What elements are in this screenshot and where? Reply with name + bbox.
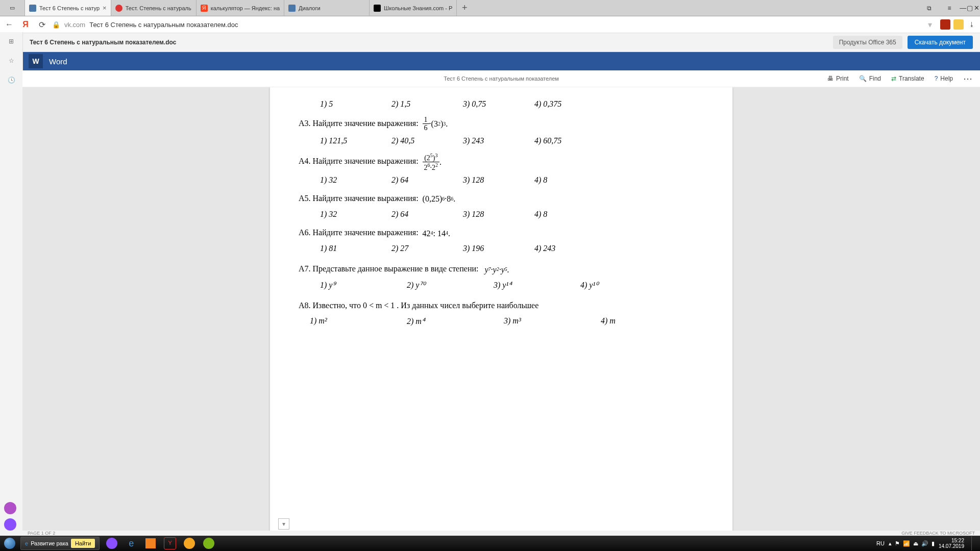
tab-3[interactable]: Диалоги xyxy=(284,0,370,16)
print-icon: 🖶 xyxy=(827,75,834,82)
find-badge[interactable]: Найти xyxy=(71,539,95,548)
apps-icon[interactable]: ⊞ xyxy=(6,36,16,46)
sidebar-toggle[interactable]: ▭ xyxy=(0,0,25,16)
q6-answers: 1) 812) 273) 1964) 243 xyxy=(320,244,704,253)
app-yandex[interactable]: Y xyxy=(161,537,179,550)
tray-icons[interactable]: ▴ ⚑ 📶 ⏏ 🔊 ▮ xyxy=(889,540,935,547)
bookmark-page-icon[interactable]: ▾ xyxy=(278,518,289,530)
app-1[interactable] xyxy=(103,537,121,550)
star-icon[interactable]: ☆ xyxy=(6,56,16,66)
download-button[interactable]: Скачать документ xyxy=(908,36,973,49)
url-field[interactable]: 🔒 vk.com Тест 6 Степень с натуральным по… xyxy=(52,21,920,29)
word-ribbon: W Word xyxy=(22,52,980,70)
app-orange[interactable] xyxy=(180,537,199,550)
q6: А6. Найдите значение выражения: 424 : 14… xyxy=(299,226,704,240)
q8-answers: 1) m²2) m⁴3) m³4) m xyxy=(310,316,704,326)
ext-2-icon[interactable] xyxy=(953,19,964,30)
tray-up-icon[interactable]: ▴ xyxy=(889,540,892,547)
new-tab-button[interactable]: + xyxy=(457,0,472,16)
start-button[interactable] xyxy=(0,536,19,551)
reload-button[interactable]: ⟳ xyxy=(36,18,48,31)
browser-tabs: ▭ Тест 6 Степень с натур × Тест. Степень… xyxy=(0,0,980,16)
network-icon[interactable]: 📶 xyxy=(903,540,910,547)
search-icon: 🔍 xyxy=(859,75,867,82)
q7: А7. Представьте данное выражение в виде … xyxy=(299,262,704,276)
usb-icon[interactable]: ⏏ xyxy=(913,540,918,547)
tab-4[interactable]: Школьные Знания.com - Р xyxy=(370,0,457,16)
word-icon: W xyxy=(29,54,43,68)
products-button[interactable]: Продукты Office 365 xyxy=(833,36,902,49)
app-ie[interactable]: e xyxy=(122,537,140,550)
q4-answers: 1) 322) 643) 1284) 8 xyxy=(320,176,704,185)
ie-icon: e xyxy=(25,540,28,546)
q2-answers: 1) 52) 1,53) 0,754) 0,375 xyxy=(320,99,704,109)
tab-label: Тест. Степень с натураль xyxy=(126,5,191,11)
q7-answers: 1) y⁹2) y⁷⁰3) y¹⁴4) y¹⁰ xyxy=(320,280,704,290)
doc-name: Тест 6 Степень с натуральным показателем… xyxy=(30,39,177,46)
q5: А5. Найдите значение выражения: (0,25)6·… xyxy=(299,192,704,206)
tab-label: Диалоги xyxy=(299,5,321,11)
url-domain: vk.com xyxy=(64,21,85,29)
tab-0[interactable]: Тест 6 Степень с натур × xyxy=(25,0,111,16)
word-title: Word xyxy=(49,57,67,66)
side-app-1[interactable] xyxy=(4,502,16,514)
history-icon[interactable]: 🕓 xyxy=(6,75,16,85)
side-app-2[interactable] xyxy=(4,518,16,531)
tab-1[interactable]: Тест. Степень с натураль xyxy=(111,0,197,16)
tab-label: Школьные Знания.com - Р xyxy=(384,5,452,11)
q5-answers: 1) 322) 643) 1284) 8 xyxy=(320,210,704,219)
doc-title: Тест 6 Степень с натуральным показателем xyxy=(444,76,559,82)
tab-2[interactable]: Я калькулятор — Яндекс: на xyxy=(197,0,284,16)
translate-icon: ⇄ xyxy=(891,75,896,82)
back-button[interactable]: ← xyxy=(3,18,15,31)
q8: А8. Известно, что 0 < m < 1 . Из данных … xyxy=(299,299,704,312)
tab-label: калькулятор — Яндекс: на xyxy=(211,5,280,11)
print-button[interactable]: 🖶Print xyxy=(827,75,849,82)
address-bar: ← Я ⟳ 🔒 vk.com Тест 6 Степень с натураль… xyxy=(0,16,980,33)
browser-sidebar: ⊞ ☆ 🕓 xyxy=(0,32,23,536)
document-page: 1) 52) 1,53) 0,754) 0,375 А3. Найдите зн… xyxy=(270,87,732,538)
extensions-icon[interactable]: ⧉ xyxy=(919,5,939,12)
office-bar: Тест 6 Степень с натуральным показателем… xyxy=(22,33,980,52)
ext-1-icon[interactable] xyxy=(940,19,950,30)
task-item-ie[interactable]: e Развитие рака Найти xyxy=(20,537,100,550)
tab-label: Тест 6 Степень с натур xyxy=(39,5,100,11)
battery-icon[interactable]: ▮ xyxy=(932,540,935,547)
flag-icon[interactable]: ⚑ xyxy=(895,540,900,547)
close-icon[interactable]: × xyxy=(103,4,107,12)
downloads-icon[interactable]: ⭳ xyxy=(967,19,977,30)
yandex-button[interactable]: Я xyxy=(19,18,32,31)
help-icon: ? xyxy=(935,75,938,82)
minimize-button[interactable]: — xyxy=(960,4,966,12)
app-utorrent[interactable] xyxy=(200,537,218,550)
taskbar: e Развитие рака Найти e Y RU ▴ ⚑ 📶 ⏏ 🔊 ▮… xyxy=(0,536,980,551)
q3-answers: 1) 121,52) 40,53) 2434) 60,75 xyxy=(320,136,704,145)
viewer-toolbar: Тест 6 Степень с натуральным показателем… xyxy=(22,70,980,87)
q3: А3. Найдите значение выражения: 16·(32)3… xyxy=(299,116,704,132)
close-button[interactable]: ✕ xyxy=(973,4,980,12)
clock[interactable]: 15:22 14.07.2019 xyxy=(939,538,964,549)
volume-icon[interactable]: 🔊 xyxy=(921,540,928,547)
maximize-button[interactable]: ▢ xyxy=(966,4,973,12)
lang-indicator[interactable]: RU xyxy=(876,540,885,546)
find-button[interactable]: 🔍Find xyxy=(859,75,881,82)
help-button[interactable]: ?Help xyxy=(935,75,953,82)
more-button[interactable]: ⋯ xyxy=(963,73,973,84)
document-area[interactable]: 1) 52) 1,53) 0,754) 0,375 А3. Найдите зн… xyxy=(22,87,980,538)
q4: А4. Найдите значение выражения: (25)326·… xyxy=(299,153,704,171)
url-path: Тест 6 Степень с натуральным показателем… xyxy=(89,21,238,29)
menu-icon[interactable]: ≡ xyxy=(939,5,960,12)
bookmark-icon[interactable]: ▾ xyxy=(924,18,936,31)
show-desktop[interactable] xyxy=(971,536,976,550)
lock-icon: 🔒 xyxy=(52,21,60,29)
app-media[interactable] xyxy=(141,537,160,550)
translate-button[interactable]: ⇄Translate xyxy=(891,75,924,82)
